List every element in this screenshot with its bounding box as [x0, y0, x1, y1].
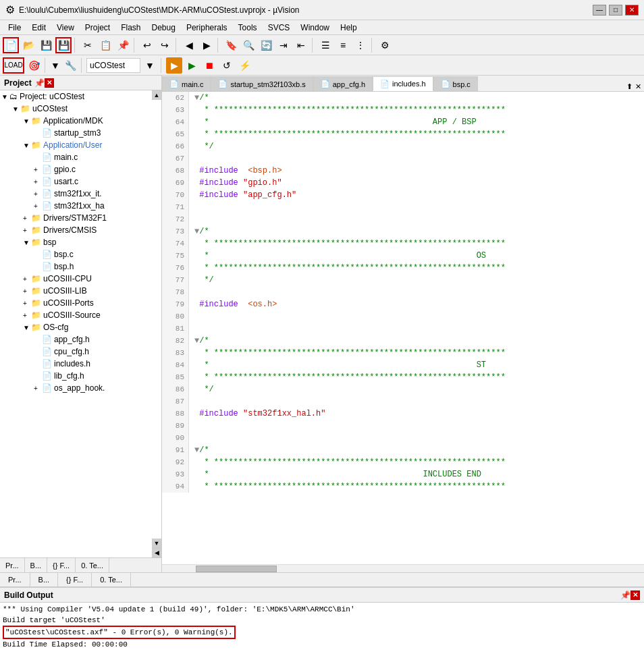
scrollbar-thumb[interactable] — [196, 566, 277, 572]
menu-item-window[interactable]: Window — [295, 22, 335, 34]
tree-item[interactable]: 📄cpu_cfg.h — [0, 346, 161, 358]
tree-expand-icon[interactable]: + — [23, 275, 31, 283]
tab-includes-h[interactable]: 📄includes.h — [373, 76, 433, 91]
open-file-button[interactable]: 📂 — [20, 37, 36, 53]
scrollbar-track[interactable] — [162, 565, 644, 572]
save-all-button[interactable]: 💾 — [55, 37, 72, 53]
pin-icon[interactable]: 📌 — [34, 78, 45, 88]
tree-item[interactable]: 📄main.c — [0, 151, 161, 163]
tab-startup[interactable]: 📄startup_stm32f103xb.s — [211, 76, 313, 91]
bottom-tab-functions[interactable]: {} F... — [58, 573, 92, 586]
tree-expand-icon[interactable]: + — [23, 227, 31, 234]
close-button[interactable]: ✕ — [625, 5, 639, 16]
target-dropdown[interactable]: ▼ — [50, 57, 61, 74]
tab-scroll-up[interactable]: ⬆ — [626, 82, 633, 91]
tree-expand-icon[interactable]: ▼ — [1, 93, 9, 101]
tree-item[interactable]: +📁uCOSIII-LIB — [0, 285, 161, 297]
tree-expand-icon[interactable]: ▼ — [23, 239, 31, 246]
bottom-tab-books[interactable]: B... — [30, 573, 59, 586]
tree-item[interactable]: ▼📁Application/MDK — [0, 115, 161, 127]
tree-expand-icon[interactable]: ▼ — [23, 142, 31, 149]
tree-expand-icon[interactable]: + — [34, 178, 42, 186]
tree-expand-icon[interactable]: + — [34, 166, 42, 173]
build-button[interactable]: ▶ — [166, 57, 182, 74]
nav-forward-button[interactable]: ▶ — [198, 37, 215, 53]
scroll-down-button[interactable]: ▼ — [152, 539, 161, 548]
tree-expand-icon[interactable]: + — [34, 190, 42, 198]
panel-bottom-tab-functions[interactable]: {} F... — [47, 558, 76, 572]
tree-item[interactable]: +📄os_app_hook. — [0, 382, 161, 394]
tree-item[interactable]: 📄app_cfg.h — [0, 333, 161, 346]
tree-item[interactable]: +📄stm32f1xx_it. — [0, 188, 161, 200]
load-button[interactable]: LOAD — [3, 57, 24, 74]
tree-item[interactable]: 📄lib_cfg.h — [0, 370, 161, 382]
tree-item[interactable]: +📁Drivers/CMSIS — [0, 224, 161, 236]
menu-item-flash[interactable]: Flash — [115, 22, 146, 34]
stop-button[interactable]: ⏹ — [201, 57, 217, 74]
tree-item[interactable]: +📁uCOSIII-Source — [0, 309, 161, 321]
tab-close-icon[interactable]: ✕ — [635, 82, 641, 91]
tree-expand-icon[interactable]: ▼ — [12, 105, 20, 113]
reset-button[interactable]: ↺ — [219, 57, 235, 74]
tree-item[interactable]: +📁Drivers/STM32F1 — [0, 212, 161, 224]
horizontal-scrollbar[interactable] — [162, 564, 644, 572]
tree-item[interactable]: 📄bsp.c — [0, 248, 161, 260]
tree-expand-icon[interactable]: + — [34, 202, 42, 210]
col1-button[interactable]: ☰ — [317, 37, 333, 53]
find-button[interactable]: 🔍 — [240, 37, 257, 53]
tree-item[interactable]: ▼📁OS-cfg — [0, 321, 161, 333]
menu-item-edit[interactable]: Edit — [26, 22, 51, 34]
tree-expand-icon[interactable]: + — [34, 385, 42, 392]
panel-close-button[interactable]: ✕ — [45, 78, 54, 88]
tree-item[interactable]: 📄startup_stm3 — [0, 127, 161, 139]
project-dropdown[interactable]: ▼ — [142, 57, 158, 74]
tree-item[interactable]: ▼📁Application/User — [0, 139, 161, 151]
tree-item[interactable]: +📄usart.c — [0, 175, 161, 188]
build-close-button[interactable]: ✕ — [630, 590, 640, 600]
save-button[interactable]: 💾 — [38, 37, 54, 53]
tree-expand-icon[interactable]: + — [23, 312, 31, 319]
redo-button[interactable]: ↪ — [157, 37, 173, 53]
tree-item[interactable]: 📄includes.h — [0, 358, 161, 370]
tree-item[interactable]: +📁uCOSIII-Ports — [0, 297, 161, 309]
tab-app-cfg[interactable]: 📄app_cfg.h — [313, 76, 373, 91]
tree-item[interactable]: ▼🗂Project: uCOStest — [0, 90, 161, 103]
wizards-button[interactable]: 🔧 — [62, 57, 78, 74]
menu-item-view[interactable]: View — [51, 22, 80, 34]
undo-button[interactable]: ↩ — [139, 37, 155, 53]
new-file-button[interactable]: 📄 — [3, 37, 19, 53]
menu-item-project[interactable]: Project — [80, 22, 115, 34]
tree-expand-icon[interactable]: + — [23, 300, 31, 307]
scroll-up-button[interactable]: ▲ — [152, 90, 161, 100]
tree-item[interactable]: +📁uCOSIII-CPU — [0, 273, 161, 285]
panel-bottom-tab-project[interactable]: Pr... — [0, 558, 25, 572]
tree-item[interactable]: +📄gpio.c — [0, 163, 161, 175]
tree-item[interactable]: +📄stm32f1xx_ha — [0, 200, 161, 212]
tree-expand-icon[interactable]: + — [23, 215, 31, 222]
unindent-button[interactable]: ⇤ — [293, 37, 309, 53]
bottom-tab-templates[interactable]: 0. Te... — [92, 573, 131, 586]
menu-item-help[interactable]: Help — [335, 22, 363, 34]
start-debug-button[interactable]: ⚡ — [236, 57, 252, 74]
panel-bottom-tab-templates[interactable]: 0. Te... — [76, 558, 109, 572]
copy-button[interactable]: 📋 — [97, 37, 113, 53]
col3-button[interactable]: ⋮ — [352, 37, 369, 53]
paste-button[interactable]: 📌 — [115, 37, 131, 53]
replace-button[interactable]: 🔄 — [258, 37, 274, 53]
build-pin-icon[interactable]: 📌 — [620, 590, 630, 600]
minimize-button[interactable]: — — [593, 5, 606, 16]
tree-item[interactable]: ▼📁uCOStest — [0, 103, 161, 115]
target-button[interactable]: 🎯 — [26, 57, 42, 74]
menu-item-svcs[interactable]: SVCS — [263, 22, 296, 34]
tab-main-c[interactable]: 📄main.c — [162, 76, 211, 91]
maximize-button[interactable]: □ — [609, 5, 622, 16]
settings-button[interactable]: ⚙ — [377, 37, 393, 53]
panel-bottom-tab-books[interactable]: B... — [25, 558, 48, 572]
menu-item-file[interactable]: File — [3, 22, 26, 34]
menu-item-debug[interactable]: Debug — [146, 22, 181, 34]
col2-button[interactable]: ≡ — [335, 37, 351, 53]
bottom-tab-project[interactable]: Pr... — [0, 573, 30, 586]
tab-bsp-c[interactable]: 📄bsp.c — [433, 76, 478, 91]
nav-back-button[interactable]: ◀ — [181, 37, 197, 53]
tree-item[interactable]: 📄bsp.h — [0, 260, 161, 273]
